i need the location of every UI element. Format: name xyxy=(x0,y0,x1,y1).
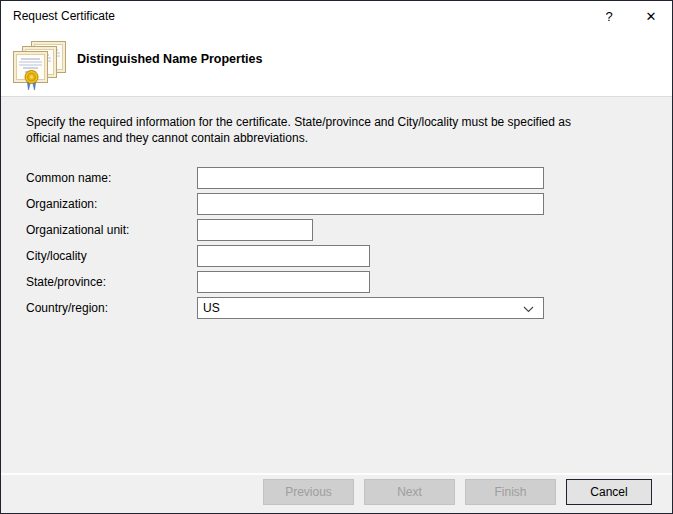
finish-button: Finish xyxy=(465,479,556,505)
form-row-common-name: Common name: xyxy=(26,167,647,189)
state-province-label: State/province: xyxy=(26,275,197,289)
organizational-unit-label: Organizational unit: xyxy=(26,223,197,237)
city-locality-input[interactable] xyxy=(197,245,370,267)
common-name-label: Common name: xyxy=(26,171,197,185)
form-row-organization: Organization: xyxy=(26,193,647,215)
form-row-state-province: State/province: xyxy=(26,271,647,293)
window-title: Request Certificate xyxy=(1,9,588,23)
organization-input[interactable] xyxy=(197,193,544,215)
state-province-input[interactable] xyxy=(197,271,370,293)
wizard-content: Specify the required information for the… xyxy=(1,97,672,473)
wizard-header: Distinguished Name Properties xyxy=(1,31,672,97)
country-region-value: US xyxy=(203,301,220,315)
wizard-footer: Previous Next Finish Cancel xyxy=(1,473,672,513)
organization-label: Organization: xyxy=(26,197,197,211)
instruction-text: Specify the required information for the… xyxy=(26,114,582,146)
next-button: Next xyxy=(364,479,455,505)
chevron-down-icon xyxy=(523,302,534,316)
country-region-combobox[interactable]: US xyxy=(197,297,544,319)
help-icon[interactable]: ? xyxy=(588,1,630,31)
previous-button: Previous xyxy=(263,479,354,505)
form-row-country-region: Country/region: US xyxy=(26,297,647,319)
close-icon[interactable]: ✕ xyxy=(630,1,672,31)
distinguished-name-form: Common name: Organization: Organizationa… xyxy=(26,167,647,319)
cancel-button[interactable]: Cancel xyxy=(566,479,652,505)
form-row-organizational-unit: Organizational unit: xyxy=(26,219,647,241)
country-region-label: Country/region: xyxy=(26,301,197,315)
common-name-input[interactable] xyxy=(197,167,544,189)
city-locality-label: City/locality xyxy=(26,249,197,263)
titlebar: Request Certificate ? ✕ xyxy=(1,1,672,31)
form-row-city-locality: City/locality xyxy=(26,245,647,267)
request-certificate-dialog: Request Certificate ? ✕ xyxy=(0,0,673,514)
certificates-icon xyxy=(13,40,67,92)
page-title: Distinguished Name Properties xyxy=(77,52,262,66)
organizational-unit-input[interactable] xyxy=(197,219,313,241)
